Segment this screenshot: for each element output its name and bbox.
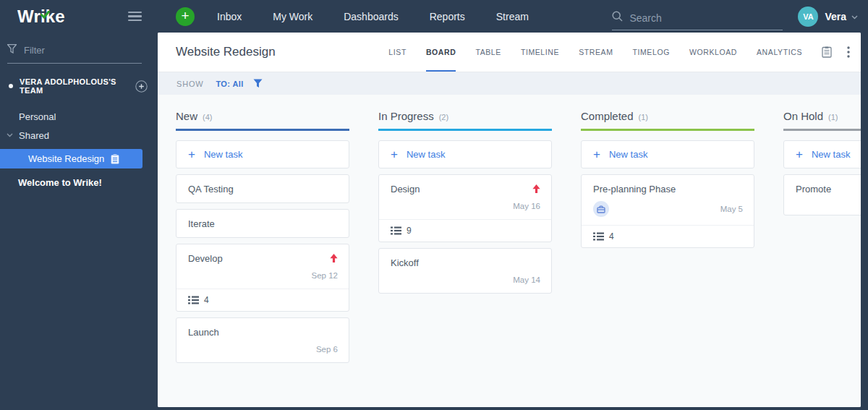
new-task-button[interactable]: +New task [378, 140, 552, 168]
column-title: In Progress [378, 110, 434, 122]
plus-icon: + [593, 148, 600, 161]
new-task-button[interactable]: +New task [176, 140, 349, 168]
team-row[interactable]: VERA ADOLPHOLOUS'S TEAM [9, 77, 148, 95]
show-to-filter[interactable]: TO: All [216, 80, 243, 88]
add-team-icon[interactable] [135, 80, 148, 93]
due-date: May 14 [513, 276, 540, 284]
tab-timeline[interactable]: TIMELINE [521, 33, 559, 72]
column-title: On Hold [783, 110, 823, 122]
column-cards: +New taskPromote [783, 131, 861, 215]
hamburger-menu-icon[interactable] [128, 12, 142, 22]
sidebar-item-label: Website Redesign [28, 153, 104, 164]
user-name[interactable]: Vera [825, 11, 846, 22]
search-box [612, 11, 783, 30]
sidebar-item-website-redesign[interactable]: Website Redesign [0, 149, 142, 168]
show-label: SHOW [176, 80, 203, 88]
task-card-promote[interactable]: Promote [783, 174, 861, 215]
column-header: On Hold(1) [783, 110, 861, 131]
panel-details-icon[interactable] [822, 46, 832, 58]
task-card-kickoff[interactable]: KickoffMay 14 [378, 248, 552, 294]
tab-workload[interactable]: WORKLOAD [689, 33, 737, 72]
new-task-button[interactable]: +New task [581, 140, 754, 168]
subtask-count: 4 [204, 295, 209, 305]
sidebar: Wrike VERA ADOLPHOLOUS'S TEAM Personal [0, 0, 158, 410]
task-card-develop[interactable]: DevelopSep 124 [176, 244, 349, 312]
card-body: DesignMay 16 [379, 175, 551, 219]
tab-analytics[interactable]: ANALYTICS [757, 33, 802, 72]
task-card-pre-planning-phase[interactable]: Pre-planning PhaseMay 54 [581, 174, 754, 248]
sidebar-items: Personal Shared Website Redesign Welcome… [0, 107, 158, 192]
task-title: Pre-planning Phase [593, 184, 676, 195]
card-footer: 9 [379, 219, 551, 242]
column-header: Completed(1) [581, 110, 754, 131]
subtask-count: 4 [609, 231, 614, 242]
card-title-row: Iterate [188, 218, 338, 229]
card-meta-row: May 14 [391, 275, 540, 285]
nav-item-reports[interactable]: Reports [430, 11, 465, 22]
card-body: DevelopSep 12 [176, 244, 349, 289]
card-title-row: Launch [188, 327, 338, 338]
card-meta-row: Sep 6 [188, 344, 338, 354]
task-card-iterate[interactable]: Iterate [176, 209, 349, 238]
new-task-label: New task [407, 149, 445, 160]
sidebar-item-shared[interactable]: Shared [0, 126, 158, 145]
priority-flag-icon [330, 254, 338, 262]
nav-item-inbox[interactable]: Inbox [217, 11, 242, 22]
card-title-row: Pre-planning Phase [593, 184, 743, 195]
tab-stream[interactable]: STREAM [579, 33, 613, 72]
team-bullet-icon [9, 84, 13, 88]
panel-header: Website Redesign LIST BOARD TABLE TIMELI… [158, 33, 861, 72]
user-menu-chevron-icon[interactable] [851, 15, 858, 20]
team-name: VERA ADOLPHOLOUS'S TEAM [20, 77, 135, 95]
plus-icon: + [391, 148, 398, 161]
card-body: Promote [784, 175, 861, 215]
task-title: Promote [796, 184, 831, 195]
sidebar-item-label: Shared [19, 130, 49, 141]
filter-input[interactable] [24, 45, 125, 56]
header-icons [822, 46, 850, 58]
chevron-down-icon[interactable] [0, 133, 19, 137]
view-tabs: LIST BOARD TABLE TIMELINE STREAM TIMELOG… [388, 33, 802, 72]
top-navbar: + Inbox My Work Dashboards Reports Strea… [158, 0, 868, 33]
column-cards: +New taskQA TestingIterateDevelopSep 124… [176, 131, 349, 363]
column-title: Completed [581, 110, 634, 122]
column-header: In Progress(2) [378, 110, 552, 131]
sidebar-item-label: Welcome to Wrike! [18, 177, 102, 188]
filter-funnel-icon [7, 43, 17, 56]
kebab-menu-icon[interactable] [847, 46, 850, 58]
task-card-qa-testing[interactable]: QA Testing [176, 174, 349, 203]
main-area: + Inbox My Work Dashboards Reports Strea… [158, 0, 868, 410]
column-cards: +New taskPre-planning PhaseMay 54 [581, 131, 754, 248]
show-filter-bar: SHOW TO: All [158, 72, 861, 95]
tab-table[interactable]: TABLE [475, 33, 501, 72]
sidebar-item-welcome[interactable]: Welcome to Wrike! [0, 173, 158, 192]
plus-icon: + [188, 148, 195, 161]
sidebar-top: Wrike [0, 0, 158, 33]
due-date: May 5 [720, 205, 743, 213]
board-column-in-progress: In Progress(2)+New taskDesignMay 169Kick… [378, 110, 552, 407]
nav-item-my-work[interactable]: My Work [273, 11, 312, 22]
tab-board[interactable]: BOARD [426, 33, 456, 72]
new-task-button[interactable]: +New task [783, 140, 861, 168]
task-title: Launch [188, 327, 219, 338]
briefcase-icon [593, 201, 609, 217]
tab-timelog[interactable]: TIMELOG [632, 33, 669, 72]
task-title: Kickoff [391, 257, 419, 268]
column-count: (4) [203, 113, 212, 121]
task-title: Develop [188, 253, 223, 264]
app-window: Wrike VERA ADOLPHOLOUS'S TEAM Personal [0, 0, 868, 410]
priority-flag-icon [532, 184, 540, 193]
card-meta-row: May 16 [391, 201, 540, 211]
task-card-design[interactable]: DesignMay 169 [378, 174, 552, 242]
nav-item-stream[interactable]: Stream [496, 11, 529, 22]
tab-list[interactable]: LIST [388, 33, 407, 72]
column-count: (2) [439, 113, 448, 121]
search-input[interactable] [629, 12, 767, 24]
filter-funnel-icon[interactable] [253, 79, 263, 88]
task-card-launch[interactable]: LaunchSep 6 [176, 317, 349, 363]
nav-item-dashboards[interactable]: Dashboards [344, 11, 399, 22]
content-panel: Website Redesign LIST BOARD TABLE TIMELI… [158, 33, 861, 407]
create-new-button[interactable]: + [176, 7, 195, 26]
sidebar-item-personal[interactable]: Personal [0, 107, 158, 126]
user-avatar[interactable]: VA [798, 7, 818, 27]
